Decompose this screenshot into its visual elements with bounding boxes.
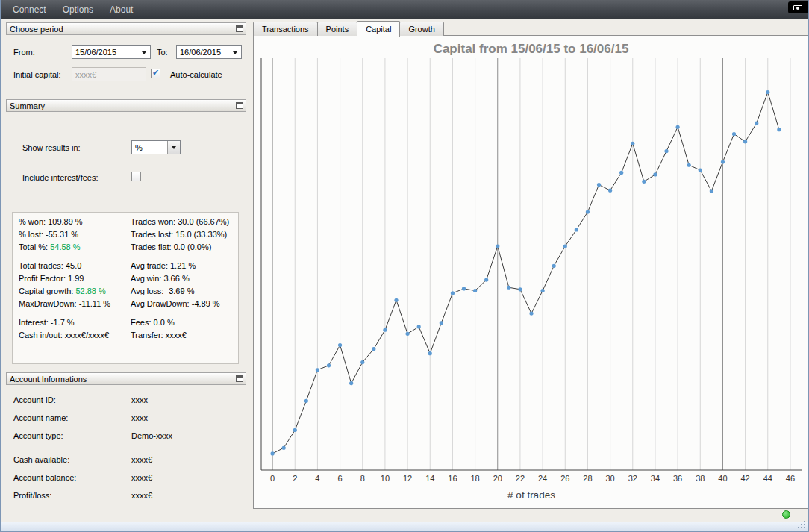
chevron-down-icon	[172, 146, 176, 149]
data-point	[496, 244, 499, 248]
x-tick-label: 16	[448, 474, 457, 483]
data-point	[372, 347, 375, 351]
camera-icon[interactable]	[788, 1, 808, 13]
stats-row: Cash in/out: xxxx€/xxxx€Transfer: xxxx€	[19, 329, 238, 342]
x-tick-label: 18	[470, 474, 479, 483]
x-tick-label: 4	[315, 474, 319, 483]
float-icon[interactable]	[236, 25, 243, 32]
data-point	[552, 264, 556, 268]
x-tick-label: 40	[718, 474, 727, 483]
data-point	[563, 244, 567, 248]
data-point	[529, 311, 533, 315]
data-point	[484, 278, 488, 281]
data-point	[664, 149, 668, 153]
data-point	[710, 189, 713, 193]
account-row-value: xxxx	[131, 395, 148, 404]
float-icon[interactable]	[236, 375, 243, 382]
account-row-value: xxxx	[131, 413, 148, 422]
tab-transactions[interactable]: Transactions	[253, 22, 318, 36]
tab-growth[interactable]: Growth	[399, 22, 443, 36]
data-point	[575, 228, 578, 231]
to-date-value: 16/06/2015	[180, 48, 221, 57]
to-date-select[interactable]: 16/06/2015	[176, 45, 242, 59]
show-results-value: %	[135, 143, 143, 152]
data-point	[473, 289, 477, 292]
choose-period-panel-header: Choose period	[6, 22, 246, 35]
chevron-down-icon	[233, 51, 237, 54]
x-tick-label: 6	[338, 474, 343, 483]
account-panel-header: Account Informations	[6, 372, 246, 385]
resize-grip-icon[interactable]	[797, 520, 806, 529]
account-row-value: xxxx€	[131, 455, 152, 464]
stats-row: Profit Factor: 1.99Avg win: 3.66 %	[19, 272, 238, 285]
data-point	[316, 368, 319, 372]
app-window: ConnectOptionsAbout Choose period From: …	[0, 0, 809, 532]
data-point	[608, 189, 612, 193]
menu-item-options[interactable]: Options	[54, 0, 101, 19]
x-axis-label: # of trades	[507, 489, 555, 501]
x-tick-label: 46	[786, 474, 795, 483]
data-point	[293, 428, 297, 432]
data-point	[653, 172, 657, 176]
menu-item-connect[interactable]: Connect	[4, 0, 54, 19]
initial-capital-input[interactable]	[72, 67, 146, 81]
summary-panel-header: Summary	[6, 99, 246, 112]
auto-calculate-checkbox[interactable]	[151, 69, 160, 78]
x-tick-label: 28	[583, 474, 592, 483]
summary-title: Summary	[10, 101, 45, 110]
data-point	[676, 125, 680, 129]
x-tick-label: 26	[560, 474, 569, 483]
data-point	[642, 180, 646, 184]
stats-row: Capital growth: 52.88 %Avg loss: -3.69 %	[19, 285, 238, 298]
data-point	[619, 171, 623, 175]
tab-capital[interactable]: Capital	[357, 21, 400, 37]
data-point	[304, 399, 308, 403]
stat-right: Trades lost: 15.0 (33.33%)	[131, 228, 227, 241]
data-point	[327, 363, 331, 367]
stats-gap	[19, 254, 238, 260]
stat-left: Cash in/out: xxxx€/xxxx€	[19, 329, 131, 342]
account-row-label: Profit/loss:	[13, 491, 51, 500]
stats-row: % won: 109.89 %Trades won: 30.0 (66.67%)	[19, 216, 238, 228]
stat-right: Avg loss: -3.69 %	[131, 285, 194, 298]
float-icon[interactable]	[236, 102, 243, 109]
combo-arrow-button[interactable]	[167, 141, 180, 154]
menu-item-about[interactable]: About	[101, 0, 141, 19]
camera-glyph	[793, 5, 802, 10]
from-date-select[interactable]: 15/06/2015	[72, 45, 151, 59]
x-tick-label: 36	[673, 474, 682, 483]
data-point	[428, 351, 432, 355]
data-point	[270, 451, 274, 455]
data-point	[597, 183, 601, 187]
account-row-label: Account balance:	[13, 473, 76, 482]
data-point	[766, 90, 769, 94]
x-tick-label: 2	[293, 474, 297, 483]
x-tick-label: 34	[651, 474, 660, 483]
data-point	[586, 210, 590, 214]
show-results-select[interactable]: %	[131, 140, 181, 154]
data-point	[631, 142, 634, 145]
stat-left: Profit Factor: 1.99	[19, 272, 131, 285]
account-row-label: Cash available:	[13, 455, 69, 464]
include-interest-checkbox[interactable]	[131, 172, 141, 181]
stat-left: MaxDrawDown: -11.11 %	[19, 298, 131, 310]
stat-right: Transfer: xxxx€	[131, 329, 187, 342]
tab-points[interactable]: Points	[317, 22, 358, 36]
data-point	[755, 122, 758, 125]
account-row-value: xxxx€	[131, 473, 152, 482]
account-row-value: Demo-xxxx	[131, 431, 172, 440]
stat-right: Avg trade: 1.21 %	[131, 260, 196, 272]
data-point	[732, 132, 736, 136]
x-tick-label: 0	[270, 474, 275, 483]
data-point	[743, 140, 747, 143]
choose-period-title: Choose period	[10, 25, 63, 34]
summary-stats-box: % won: 109.89 %Trades won: 30.0 (66.67%)…	[12, 212, 239, 364]
x-tick-label: 44	[763, 474, 772, 483]
capital-chart: 0246810121416182022242628303234363840424…	[254, 58, 808, 506]
stats-row: MaxDrawDown: -11.11 %Avg DrawDown: -4.89…	[19, 298, 238, 310]
stat-right: Avg win: 3.66 %	[131, 272, 190, 285]
stat-right: Trades won: 30.0 (66.67%)	[131, 216, 229, 228]
account-row-label: Account name:	[13, 413, 68, 422]
chart-title: Capital from 15/06/15 to 16/06/15	[254, 42, 808, 57]
data-point	[440, 321, 443, 325]
